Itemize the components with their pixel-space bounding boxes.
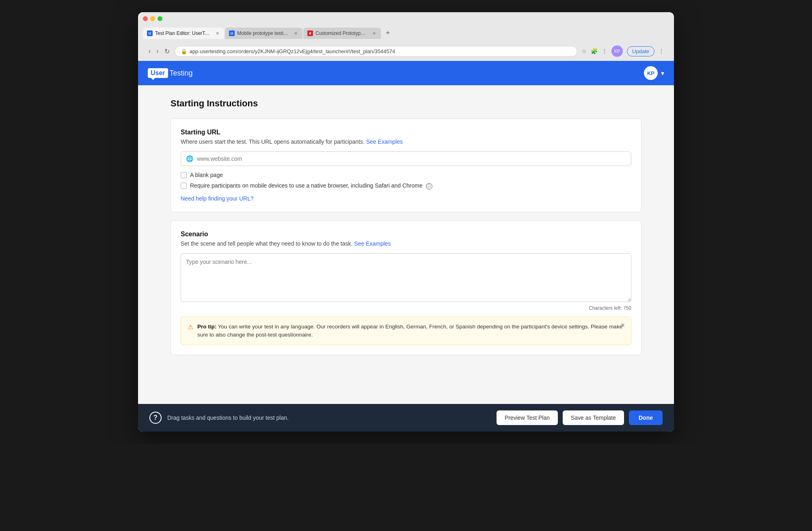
native-browser-row: Require participants on mobile devices t… (181, 182, 631, 190)
traffic-light-green[interactable] (158, 16, 162, 21)
native-browser-checkbox[interactable] (181, 183, 187, 189)
header-right: KP ▾ (644, 66, 664, 80)
profile-avatar[interactable]: KP (611, 45, 623, 57)
tab-close-3[interactable]: ✕ (372, 31, 376, 36)
native-browser-label: Require participants on mobile devices t… (190, 182, 432, 190)
save-as-template-button[interactable]: Save as Template (563, 410, 624, 425)
pro-tip-box: ⚠ Pro tip: You can write your test in an… (181, 317, 631, 345)
new-tab-button[interactable]: + (382, 27, 394, 39)
scenario-card: Scenario Set the scene and tell people w… (171, 220, 641, 356)
tab-favicon-3: ▼ (307, 30, 313, 36)
blank-page-row: A blank page (181, 172, 631, 178)
warning-icon: ⚠ (188, 323, 193, 331)
blank-page-checkbox[interactable] (181, 172, 187, 178)
scenario-description: Set the scene and tell people what they … (181, 240, 631, 247)
tab-close-2[interactable]: ✕ (294, 31, 298, 36)
help-url-link[interactable]: Need help finding your URL? (181, 195, 254, 202)
nav-back[interactable]: ‹ (148, 47, 151, 56)
starting-url-card: Starting URL Where users start the test.… (171, 119, 641, 212)
tab-favicon-1: U (147, 30, 153, 36)
main-content: Starting Instructions Starting URL Where… (138, 85, 674, 404)
url-field[interactable] (197, 155, 626, 162)
more-options-icon[interactable]: ⋮ (659, 48, 664, 54)
scenario-desc-text: Set the scene and tell people what they … (181, 240, 354, 247)
address-bar: ‹ › ↻ 🔒 app.usertesting.com/orders/y2KJN… (143, 42, 669, 61)
lock-icon: 🔒 (181, 48, 187, 54)
tab-close-1[interactable]: ✕ (216, 31, 219, 36)
traffic-light-red[interactable] (143, 16, 148, 21)
char-count: Characters left: 750 (181, 305, 631, 311)
address-actions: ☆ 🧩 ⋮ KP Update ⋮ (581, 45, 664, 57)
url-input-row: 🌐 (181, 151, 631, 166)
scenario-textarea[interactable] (181, 253, 631, 302)
pro-tip-text: Pro tip: You can write your test in any … (197, 323, 624, 339)
starting-url-title: Starting URL (181, 129, 631, 136)
drag-hint-text: Drag tasks and questions to build your t… (167, 414, 289, 421)
nav-refresh[interactable]: ↻ (164, 47, 171, 56)
help-circle-button[interactable]: ? (149, 412, 162, 424)
info-icon[interactable]: ⓘ (426, 183, 432, 190)
tab-label-1: Test Plan Editor: UserTesting (155, 30, 212, 36)
tab-test-plan-editor[interactable]: U Test Plan Editor: UserTesting ✕ (143, 28, 224, 39)
url-text: app.usertesting.com/orders/y2KJNM-ijGRQz… (190, 48, 395, 54)
see-examples-link-url[interactable]: See Examples (366, 138, 403, 145)
bottom-left: ? Drag tasks and questions to build your… (149, 412, 289, 424)
pro-tip-content: You can write your test in any language.… (197, 324, 622, 338)
avatar-dropdown-icon[interactable]: ▾ (661, 69, 664, 77)
tab-label-3: Customized Prototype Sharing (315, 30, 368, 36)
starting-url-description: Where users start the test. This URL ope… (181, 138, 631, 145)
bottom-actions: Preview Test Plan Save as Template Done (497, 410, 663, 425)
page-title: Starting Instructions (171, 98, 641, 109)
update-button[interactable]: Update (627, 46, 654, 56)
globe-icon: 🌐 (186, 155, 194, 162)
blank-page-label: A blank page (190, 172, 223, 178)
pro-tip-label: Pro tip: (197, 324, 216, 330)
menu-icon[interactable]: ⋮ (602, 48, 607, 54)
bottom-bar: ? Drag tasks and questions to build your… (138, 404, 674, 432)
logo-user[interactable]: User (148, 68, 168, 78)
url-input[interactable]: 🔒 app.usertesting.com/orders/y2KJNM-ijGR… (175, 46, 577, 57)
preview-test-plan-button[interactable]: Preview Test Plan (497, 410, 558, 425)
nav-forward[interactable]: › (155, 47, 159, 56)
starting-url-desc-text: Where users start the test. This URL ope… (181, 138, 366, 145)
tab-customized-prototype[interactable]: ▼ Customized Prototype Sharing ✕ (303, 28, 381, 39)
native-browser-label-text: Require participants on mobile devices t… (190, 182, 423, 189)
logo-testing: Testing (170, 69, 193, 78)
tip-close-button[interactable]: ✕ (620, 322, 625, 328)
tab-mobile-prototype[interactable]: U Mobile prototype testing with C... ✕ (225, 28, 302, 39)
logo: User Testing (148, 68, 193, 78)
tab-favicon-2: U (229, 30, 235, 36)
traffic-light-yellow[interactable] (150, 16, 155, 21)
done-button[interactable]: Done (629, 410, 663, 425)
star-icon[interactable]: ☆ (581, 48, 587, 54)
extensions-icon[interactable]: 🧩 (591, 48, 598, 54)
user-avatar[interactable]: KP (644, 66, 658, 80)
scenario-title: Scenario (181, 231, 631, 238)
see-examples-link-scenario[interactable]: See Examples (354, 240, 391, 247)
tab-label-2: Mobile prototype testing with C... (237, 30, 290, 36)
app-header: User Testing KP ▾ (138, 61, 674, 85)
tabs-bar: U Test Plan Editor: UserTesting ✕ U Mobi… (143, 27, 669, 39)
